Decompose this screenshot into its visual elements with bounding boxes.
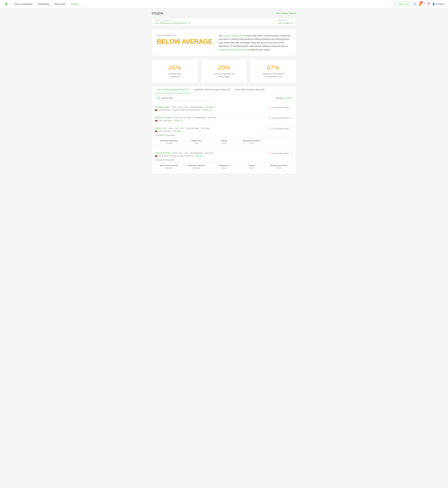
search-icon[interactable]: 🔍 xyxy=(413,2,416,6)
hired-date-2: Jan 1, 2017 xyxy=(175,127,185,129)
hire-row-header-3: Sharon Branch Hired: Jan 1, 2017 • Hirin… xyxy=(155,151,293,157)
chevron-down-icon: ▼ xyxy=(291,97,293,99)
notification-badge: 29 xyxy=(420,1,423,3)
hire-job-1: 💼 Parts Specialist - Chicago, IL xyxy=(155,119,269,122)
nav-onboarding[interactable]: Onboarding xyxy=(35,0,51,8)
help-icon[interactable]: ? xyxy=(424,2,425,6)
job-location-3: Chicago, IL xyxy=(195,155,205,157)
steps-grid-2: Elements Interview Schedule References S… xyxy=(155,138,293,146)
step-name-3-0: Sales Phone Screen xyxy=(158,164,180,167)
info-icon[interactable]: ⓘ xyxy=(177,34,179,37)
job-title-0: Sales Manager - Needed NOW Full Compensa… xyxy=(158,109,201,111)
incomplete-steps-title-2: Incomplete Hiring Steps xyxy=(155,134,293,136)
hire-job-3: 💼 HR Manager for Multi-Location Dealersh… xyxy=(155,155,269,157)
step-cell-3-4: Background Check Send xyxy=(265,162,293,171)
page-title: Insights xyxy=(152,11,164,15)
expand-button-1[interactable]: ⌄ xyxy=(291,116,293,120)
hire-row-0: Douglas Boyd Hired: Jan 22, 2016 • Hirin… xyxy=(155,103,293,114)
bullet-2: • xyxy=(185,127,186,129)
step-action-3-4: Send xyxy=(268,167,290,169)
user-label: Hi Aaron xyxy=(436,3,444,5)
bullet-3: • xyxy=(189,152,190,154)
stat-number-0: 45% xyxy=(155,64,195,71)
health-desc-text1: Your xyxy=(219,34,224,37)
step-cell-3-1: Elements Interview Schedule xyxy=(183,162,210,171)
time-period-value-text: Last 30 days xyxy=(277,22,290,24)
time-period-dropdown[interactable]: Last 30 days ▼ xyxy=(277,22,293,24)
stat-number-2: 67% xyxy=(253,64,293,71)
warning-icon-0: ⚠ xyxy=(269,106,271,109)
hire-actions-3: ⚠ 5 Incomplete Steps ⌃ xyxy=(269,151,293,155)
hire-row-header-2: Jason Feliz Hired: Jan 1, 2017 • Hiring … xyxy=(155,127,293,132)
hire-row-1: Barbara Lowden Hired: Jan 18, 2016 • Hir… xyxy=(155,114,293,124)
hired-date-1: Jan 18, 2016 xyxy=(180,117,191,119)
collapse-button-3[interactable]: ⌃ xyxy=(291,151,293,155)
tab-complete-hires[interactable]: Hires With Complete Steps (6) xyxy=(232,86,267,93)
insight-selector-value-text: Am I following my hiring process? xyxy=(155,22,188,24)
incomplete-badge-2: ⚠ 4 Incomplete Steps xyxy=(269,127,289,130)
incomplete-badge-0: ⚠ 4 Incomplete Steps xyxy=(269,106,289,109)
customize-process-link[interactable]: customize your hiring process xyxy=(219,49,247,51)
manager-1: Sean Ryan xyxy=(207,117,216,119)
notifications-icon[interactable]: 🔔 29 xyxy=(418,2,422,6)
tabs-header: Hires With Incomplete Steps (4) Candidat… xyxy=(152,86,296,93)
manager-label-2: Hiring Manager: xyxy=(186,127,200,129)
stat-label-1: of Hires Completed allHiring Steps xyxy=(204,72,244,78)
incomplete-count-1: 3 Incomplete Steps xyxy=(272,117,289,119)
step-cell-3-0: Sales Phone Screen Schedule xyxy=(155,162,183,171)
step-action-3-1: Schedule xyxy=(185,167,208,169)
navbar: Jobs & Candidates Onboarding Hiring Step… xyxy=(0,0,448,8)
step-cell-2-3: Background Check Send xyxy=(238,138,265,146)
job-location-0: Boston, MA xyxy=(202,109,212,111)
sort-dropdown[interactable]: Name ▼ xyxy=(284,97,293,99)
step-action-3-0: Schedule xyxy=(158,167,180,169)
manager-label-1: Hiring Manager: xyxy=(193,117,206,119)
hire-name-2[interactable]: Jason Feliz xyxy=(155,127,167,129)
expand-button-0[interactable]: ⌄ xyxy=(291,106,293,109)
search-input[interactable] xyxy=(161,97,212,99)
hire-name-1[interactable]: Barbara Lowden xyxy=(155,116,172,119)
hire-list: Douglas Boyd Hired: Jan 22, 2016 • Hirin… xyxy=(152,103,296,174)
open-job-button[interactable]: + Open a Job xyxy=(394,2,411,6)
hire-row-3: Sharon Branch Hired: Jan 1, 2017 • Hirin… xyxy=(155,149,293,174)
step-action-2-0: Schedule xyxy=(158,142,180,144)
hired-label-1: Hired: xyxy=(174,117,179,119)
nav-links: Jobs & Candidates Onboarding Hiring Step… xyxy=(12,0,394,8)
hire-job-0: 💼 Sales Manager - Needed NOW Full Compen… xyxy=(155,109,269,111)
stat-number-1: 20% xyxy=(204,64,244,71)
tabs-section: Hires With Incomplete Steps (4) Candidat… xyxy=(152,86,296,174)
tab-incomplete-candidates[interactable]: Candidates With Incomplete Steps (3) xyxy=(191,86,232,93)
step-name-2-1: References xyxy=(185,140,208,142)
nav-hiring-steps[interactable]: Hiring Steps xyxy=(51,0,68,8)
step-action-2-1: Send xyxy=(185,142,208,144)
briefcase-icon-3: 💼 xyxy=(155,155,157,157)
hire-info-3: Sharon Branch Hired: Jan 1, 2017 • Hirin… xyxy=(155,151,269,157)
search-input-wrap[interactable]: 🔍 xyxy=(155,96,214,100)
manager-0: John Adams xyxy=(205,106,215,108)
health-description: Your process health score is lower than … xyxy=(219,34,291,51)
user-menu[interactable]: 👤 Hi Aaron xyxy=(432,3,444,5)
nav-insights[interactable]: Insights xyxy=(68,0,81,8)
stat-card-1: 20% of Hires Completed allHiring Steps xyxy=(201,59,247,83)
hire-name-0[interactable]: Douglas Boyd xyxy=(155,106,169,108)
incomplete-steps-section-3: Incomplete Hiring Steps Sales Phone Scre… xyxy=(155,159,293,171)
hire-name-3[interactable]: Sharon Branch xyxy=(155,151,171,154)
tab-incomplete-hires[interactable]: Hires With Incomplete Steps (4) xyxy=(155,86,191,93)
job-title-2: Sales Manager - xyxy=(158,130,172,132)
nav-jobs-candidates[interactable]: Jobs & Candidates xyxy=(12,0,35,8)
manager-2: Sean Ryan xyxy=(201,127,210,129)
manager-3: Sean Ryan xyxy=(205,152,214,154)
step-name-3-4: Background Check xyxy=(268,164,290,167)
incomplete-count-3: 5 Incomplete Steps xyxy=(272,152,289,155)
sort-by-label: Sort By: xyxy=(276,97,283,99)
logo[interactable] xyxy=(4,1,9,7)
process-health-score-link[interactable]: process health score xyxy=(224,34,244,37)
health-score-title: Process Health Score ⓘ xyxy=(157,34,212,37)
collapse-button-2[interactable]: ⌃ xyxy=(291,127,293,130)
insight-selector-dropdown[interactable]: Am I following my hiring process? ▼ xyxy=(155,22,271,24)
legacy-reports-link[interactable]: View Legacy Reports xyxy=(276,12,296,15)
sort-by: Sort By: Name ▼ xyxy=(276,97,293,99)
location-icon[interactable]: 📍 xyxy=(427,2,430,6)
hired-date-3: Jan 1, 2017 xyxy=(179,152,188,154)
step-action-2-3: Send xyxy=(240,142,263,144)
